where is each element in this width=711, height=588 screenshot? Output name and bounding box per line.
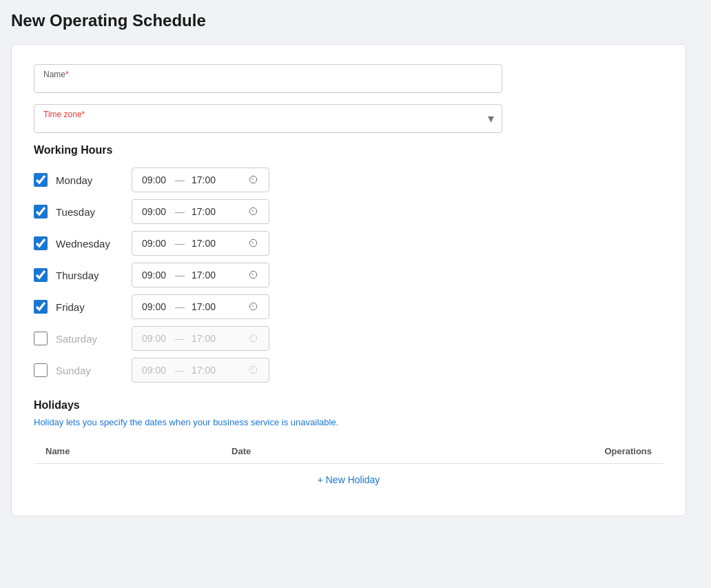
time-separator: — [175, 238, 185, 249]
checkbox-tuesday[interactable] [34, 205, 48, 219]
day-row: Sunday09:00—17:00⏲ [34, 358, 663, 383]
day-label-saturday: Saturday [56, 333, 132, 345]
end-time-monday: 17:00 [192, 174, 218, 185]
col-operations: Operations [386, 439, 663, 464]
holidays-table-header-row: Name Date Operations [34, 439, 663, 464]
time-range-thursday: 09:00—17:00⏲ [132, 263, 269, 287]
clock-icon: ⏲ [248, 301, 259, 313]
time-separator: — [175, 270, 185, 281]
days-container: Monday09:00—17:00⏲Tuesday09:00—17:00⏲Wed… [34, 168, 663, 383]
time-separator: — [175, 333, 185, 344]
new-holiday-cell: + New Holiday [34, 464, 663, 496]
day-row: Wednesday09:00—17:00⏲ [34, 231, 663, 256]
day-row: Thursday09:00—17:00⏲ [34, 263, 663, 287]
timezone-field-wrapper: Time zone* ▾ [34, 104, 663, 133]
timezone-select[interactable] [34, 104, 502, 133]
start-time-thursday: 09:00 [142, 270, 168, 281]
time-range-tuesday: 09:00—17:00⏲ [132, 199, 269, 224]
checkbox-friday[interactable] [34, 300, 48, 314]
time-separator: — [175, 365, 185, 376]
time-range-monday: 09:00—17:00⏲ [132, 168, 269, 192]
time-range-wednesday: 09:00—17:00⏲ [132, 231, 269, 256]
working-hours-title: Working Hours [34, 144, 663, 156]
clock-icon: ⏲ [248, 332, 259, 345]
col-name: Name [34, 439, 221, 464]
start-time-friday: 09:00 [142, 301, 168, 312]
end-time-friday: 17:00 [192, 301, 218, 312]
time-separator: — [175, 301, 185, 312]
time-range-sunday: 09:00—17:00⏲ [132, 358, 269, 383]
start-time-monday: 09:00 [142, 174, 168, 185]
new-holiday-button[interactable]: + New Holiday [318, 474, 380, 485]
day-label-friday: Friday [56, 301, 132, 313]
holidays-table-body: + New Holiday [34, 464, 663, 496]
start-time-saturday: 09:00 [142, 333, 168, 344]
working-hours-section: Working Hours Monday09:00—17:00⏲Tuesday0… [34, 144, 663, 383]
new-holiday-row: + New Holiday [34, 464, 663, 496]
holidays-title: Holidays [34, 399, 663, 412]
name-field-wrapper: Name* [34, 64, 663, 93]
start-time-wednesday: 09:00 [142, 238, 168, 249]
day-label-sunday: Sunday [56, 365, 132, 376]
time-separator: — [175, 206, 185, 217]
name-input-wrapper: Name* [34, 64, 502, 93]
day-label-wednesday: Wednesday [56, 238, 132, 250]
holidays-description: Holiday lets you specify the dates when … [34, 417, 663, 427]
time-range-saturday: 09:00—17:00⏲ [132, 326, 269, 351]
page-title: New Operating Schedule [11, 11, 700, 30]
time-range-friday: 09:00—17:00⏲ [132, 294, 269, 319]
holidays-section: Holidays Holiday lets you specify the da… [34, 399, 663, 496]
day-label-monday: Monday [56, 174, 132, 186]
checkbox-wednesday[interactable] [34, 236, 48, 250]
name-input[interactable] [34, 64, 502, 93]
clock-icon: ⏲ [248, 205, 259, 218]
clock-icon: ⏲ [248, 269, 259, 281]
day-label-thursday: Thursday [56, 270, 132, 281]
day-row: Monday09:00—17:00⏲ [34, 168, 663, 192]
checkbox-monday[interactable] [34, 173, 48, 187]
end-time-thursday: 17:00 [192, 270, 218, 281]
checkbox-saturday[interactable] [34, 332, 48, 345]
timezone-select-wrapper: Time zone* ▾ [34, 104, 502, 133]
start-time-tuesday: 09:00 [142, 206, 168, 217]
start-time-sunday: 09:00 [142, 365, 168, 376]
clock-icon: ⏲ [248, 237, 259, 250]
holidays-table-head: Name Date Operations [34, 439, 663, 464]
day-row: Tuesday09:00—17:00⏲ [34, 199, 663, 224]
end-time-sunday: 17:00 [192, 365, 218, 376]
col-date: Date [220, 439, 386, 464]
checkbox-sunday[interactable] [34, 363, 48, 377]
day-row: Saturday09:00—17:00⏲ [34, 326, 663, 351]
day-row: Friday09:00—17:00⏲ [34, 294, 663, 319]
day-label-tuesday: Tuesday [56, 206, 132, 218]
checkbox-thursday[interactable] [34, 268, 48, 282]
time-separator: — [175, 174, 185, 185]
end-time-saturday: 17:00 [192, 333, 218, 344]
end-time-tuesday: 17:00 [192, 206, 218, 217]
holidays-table: Name Date Operations + New Holiday [34, 438, 663, 496]
end-time-wednesday: 17:00 [192, 238, 218, 249]
clock-icon: ⏲ [248, 364, 259, 376]
main-card: Name* Time zone* ▾ Working Hours Monday0… [11, 44, 686, 516]
clock-icon: ⏲ [248, 174, 259, 186]
